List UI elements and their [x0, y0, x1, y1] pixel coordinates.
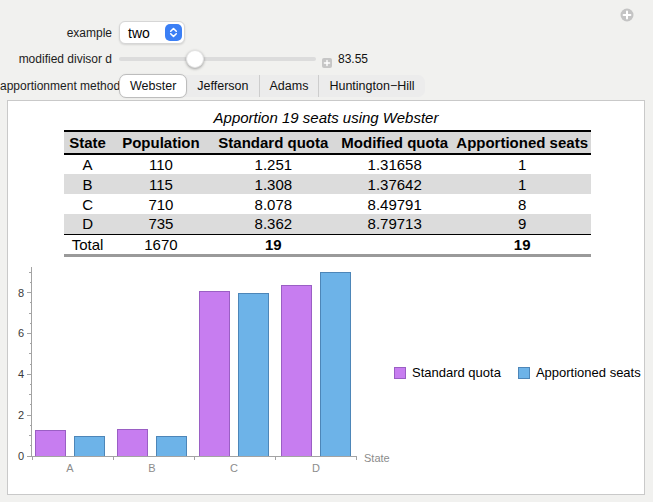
chevron-up-down-icon	[165, 24, 182, 41]
y-minor-tick	[30, 364, 32, 365]
bar-apportioned-seats-C	[238, 293, 269, 456]
cell-modified-quota: 1.31658	[336, 154, 453, 174]
x-boundary-tick	[32, 456, 33, 460]
plot-area: 02468ABCD	[31, 267, 356, 457]
method-button-adams[interactable]: Adams	[259, 75, 319, 97]
y-minor-tick	[30, 384, 32, 385]
table-row: D 735 8.362 8.79713 9	[64, 214, 591, 234]
table-row: A 110 1.251 1.31658 1	[64, 154, 591, 174]
cell-population: 110	[111, 154, 210, 174]
table-total-row: Total 1670 19 19	[64, 234, 591, 255]
y-tick	[27, 415, 32, 416]
x-tick-label-B: B	[117, 462, 187, 474]
y-tick-label: 2	[6, 409, 24, 421]
cell-state: C	[64, 194, 111, 214]
cell-modified-quota: 1.37642	[336, 174, 453, 194]
divisor-slider[interactable]	[119, 57, 316, 61]
x-axis-label: State	[364, 452, 390, 464]
cell-seats: 8	[453, 194, 591, 214]
bar-group-C	[199, 291, 269, 456]
y-tick-label: 8	[6, 287, 24, 299]
cell-total-population: 1670	[111, 234, 210, 255]
bar-group-A	[35, 430, 105, 456]
cell-standard-quota: 1.308	[211, 174, 336, 194]
cell-population: 735	[111, 214, 210, 234]
bar-apportioned-seats-D	[320, 272, 351, 456]
cell-state: D	[64, 214, 111, 234]
x-tick-label-A: A	[35, 462, 105, 474]
example-dropdown[interactable]: two	[119, 21, 185, 44]
method-label: apportionment method	[0, 79, 112, 93]
method-button-webster[interactable]: Webster	[119, 74, 187, 98]
expand-controls-button[interactable]	[620, 8, 634, 22]
y-tick-label: 4	[6, 368, 24, 380]
y-minor-tick	[30, 343, 32, 344]
x-boundary-tick	[113, 456, 114, 460]
x-boundary-tick	[194, 456, 195, 460]
chart-title: Apportion 19 seats using Webster	[8, 109, 644, 126]
bar-apportioned-seats-A	[74, 436, 105, 456]
y-minor-tick	[30, 323, 32, 324]
y-tick	[27, 333, 32, 334]
method-button-huntington-hill[interactable]: Huntington−Hill	[318, 75, 424, 97]
divisor-value: 83.55	[338, 52, 368, 66]
bar-standard-quota-C	[199, 291, 230, 456]
y-minor-tick	[30, 282, 32, 283]
x-boundary-tick	[356, 456, 357, 460]
y-minor-tick	[30, 445, 32, 446]
y-tick	[27, 374, 32, 375]
x-boundary-tick	[275, 456, 276, 460]
y-minor-tick	[29, 435, 32, 436]
col-header-standard-quota: Standard quota	[211, 131, 336, 154]
legend-swatch-apportioned-seats	[518, 367, 530, 379]
col-header-population: Population	[111, 131, 210, 154]
bar-group-D	[281, 272, 351, 456]
cell-standard-quota: 8.362	[211, 214, 336, 234]
bar-group-B	[117, 429, 187, 456]
expand-slider-button[interactable]	[322, 54, 332, 64]
y-minor-tick	[30, 425, 32, 426]
bar-apportioned-seats-B	[156, 436, 187, 456]
cell-population: 710	[111, 194, 210, 214]
table-header-row: State Population Standard quota Modified…	[64, 131, 591, 154]
y-tick-label: 0	[6, 450, 24, 462]
y-minor-tick	[29, 353, 32, 354]
legend-item-apportioned-seats: Apportioned seats	[518, 365, 641, 380]
bar-standard-quota-B	[117, 429, 148, 456]
plus-icon	[322, 58, 332, 68]
y-minor-tick	[30, 404, 32, 405]
cell-state: A	[64, 154, 111, 174]
chart-legend: Standard quota Apportioned seats	[394, 365, 641, 380]
bar-standard-quota-A	[35, 430, 66, 456]
legend-label-standard-quota: Standard quota	[412, 365, 501, 380]
legend-label-apportioned-seats: Apportioned seats	[536, 365, 641, 380]
cell-total-standard-quota: 19	[211, 234, 336, 255]
cell-standard-quota: 8.078	[211, 194, 336, 214]
y-minor-tick	[30, 302, 32, 303]
output-panel: Apportion 19 seats using Webster State P…	[7, 100, 645, 495]
plus-circle-icon	[620, 8, 634, 22]
cell-seats: 9	[453, 214, 591, 234]
cell-seats: 1	[453, 154, 591, 174]
cell-state: B	[64, 174, 111, 194]
divisor-slider-thumb[interactable]	[186, 50, 204, 68]
y-minor-tick	[29, 272, 32, 273]
cell-seats: 1	[453, 174, 591, 194]
col-header-state: State	[64, 131, 111, 154]
method-button-jefferson[interactable]: Jefferson	[187, 75, 258, 97]
y-tick-label: 6	[6, 327, 24, 339]
legend-swatch-standard-quota	[394, 367, 406, 379]
cell-total-label: Total	[64, 234, 111, 255]
x-tick-label-C: C	[199, 462, 269, 474]
y-minor-tick	[29, 313, 32, 314]
col-header-modified-quota: Modified quota	[336, 131, 453, 154]
table-row: C 710 8.078 8.49791 8	[64, 194, 591, 214]
apportionment-table: State Population Standard quota Modified…	[64, 130, 591, 257]
divisor-label: modified divisor d	[0, 52, 112, 66]
cell-standard-quota: 1.251	[211, 154, 336, 174]
y-minor-tick	[29, 394, 32, 395]
bar-standard-quota-D	[281, 285, 312, 456]
x-tick-label-D: D	[281, 462, 351, 474]
legend-item-standard-quota: Standard quota	[394, 365, 501, 380]
cell-total-modified-quota	[336, 234, 453, 255]
